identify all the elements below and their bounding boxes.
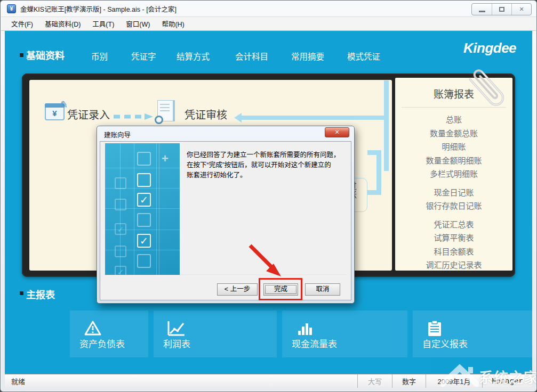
- menu-tools[interactable]: 工具(T): [86, 17, 120, 31]
- minimize-icon: [479, 11, 485, 12]
- nav-summary[interactable]: 常用摘要: [291, 50, 324, 62]
- bar-chart-icon: [296, 320, 314, 336]
- nav-voucher-word[interactable]: 凭证字: [131, 50, 156, 62]
- plus-icon: +: [162, 152, 169, 166]
- doc-line: [160, 110, 170, 111]
- checkbox-checked-icon: ✓: [115, 223, 126, 235]
- wizard-graphic-pane: + ✓ ✓ ✓ ✓: [105, 143, 180, 275]
- grid-line: [156, 143, 157, 275]
- card-cash-flow[interactable]: 现金流量表: [282, 311, 407, 357]
- checkbox-checked-icon: ✓: [115, 266, 126, 275]
- ledger-item[interactable]: 凭证汇总表: [395, 218, 512, 232]
- dialog-body: + ✓ ✓ ✓ ✓ 你已经回答了为建立一个新账套所需要的所有问题， 在按下“完成…: [100, 141, 351, 300]
- checkbox-icon: [115, 199, 126, 210]
- app-window: ¥ 金蝶KIS记账王[教学演示版] - Sample.ais - [会计之家] …: [0, 0, 537, 392]
- minimize-button[interactable]: [472, 4, 492, 15]
- ledger-group: 凭证汇总表 试算平衡表 科目余额表 调汇历史记录表: [395, 218, 512, 272]
- nav-bullet: [20, 53, 23, 57]
- card-label: 资产负债表: [79, 337, 125, 350]
- divider: [105, 275, 347, 276]
- checkbox-icon: [137, 213, 151, 227]
- finish-highlight-box: [259, 278, 302, 300]
- card-custom-report[interactable]: 自定义报表: [413, 311, 532, 357]
- restore-button[interactable]: [492, 4, 511, 15]
- ledger-item[interactable]: 科目余额表: [395, 245, 512, 259]
- account-wizard-dialog: 建账向导 ✕ + ✓ ✓ ✓: [97, 126, 355, 304]
- grid-line: [105, 168, 180, 168]
- card-label: 现金流量表: [292, 337, 337, 350]
- checkbox-icon: [137, 173, 151, 187]
- doc-line: [160, 104, 170, 105]
- reports-bullet: [20, 291, 23, 295]
- watermark-text: 系统之家: [479, 366, 537, 387]
- cancel-button[interactable]: 取消: [305, 283, 340, 296]
- ledger-item[interactable]: 多栏式明细账: [395, 167, 512, 181]
- connector-line: [384, 80, 389, 171]
- clipboard-icon: [427, 320, 443, 337]
- nav-settlement[interactable]: 结算方式: [177, 50, 210, 62]
- menu-basedata[interactable]: 基础资料(D): [39, 17, 86, 31]
- ledger-item[interactable]: 数量金额明细账: [395, 154, 512, 168]
- ledger-item[interactable]: 明细账: [395, 140, 512, 154]
- checkbox-checked-icon: ✓: [137, 193, 151, 207]
- restore-icon: [499, 7, 504, 12]
- grid-line: [159, 143, 159, 275]
- window-controls: ✕: [471, 3, 532, 15]
- ledger-item[interactable]: 调汇历史记录表: [395, 258, 512, 272]
- close-icon: ✕: [334, 129, 339, 136]
- nav-template-voucher[interactable]: 模式凭证: [347, 50, 380, 62]
- menubar: 文件(F) 基础资料(D) 工具(T) 窗口(W) 帮助(H): [1, 17, 536, 31]
- node-voucher-entry[interactable]: 凭证录入: [67, 107, 110, 122]
- titlebar: ¥ 金蝶KIS记账王[教学演示版] - Sample.ais - [会计之家] …: [1, 1, 536, 17]
- ledger-group: 现金日记账 银行存款日记账: [395, 186, 512, 213]
- dialog-close-button[interactable]: ✕: [325, 127, 349, 137]
- dialog-title: 建账向导: [104, 129, 131, 140]
- status-ready: 就绪: [5, 376, 357, 386]
- checkbox-icon: [137, 152, 151, 166]
- checkbox-icon: [137, 254, 151, 268]
- back-button[interactable]: < 上一步: [217, 283, 258, 296]
- ledger-item[interactable]: 试算平衡表: [395, 231, 512, 245]
- paperclip-icon: [466, 60, 511, 119]
- nav-accounts[interactable]: 会计科目: [235, 50, 268, 62]
- ledger-group: 总账 数量金额总账 明细账 数量金额明细账 多栏式明细账: [395, 113, 512, 181]
- card-income-statement[interactable]: 利润表: [154, 311, 277, 357]
- magnifier-icon: [155, 116, 163, 124]
- menu-file[interactable]: 文件(F): [5, 17, 39, 31]
- checkbox-checked-icon: ✓: [137, 234, 151, 248]
- watermark: 系统之家: [440, 363, 537, 390]
- voucher-audit-icon: [157, 100, 173, 121]
- dialog-message-line: 账套进行初始化了。: [187, 170, 346, 181]
- dialog-message: 你已经回答了为建立一个新账套所需要的所有问题， 在按下“完成”按钮后，就可以开始…: [187, 150, 346, 180]
- status-caps: 大写: [357, 374, 392, 388]
- menu-help[interactable]: 帮助(H): [156, 17, 190, 31]
- card-label: 利润表: [163, 337, 190, 350]
- close-icon: ✕: [519, 6, 524, 13]
- dialog-message-line: 你已经回答了为建立一个新账套所需要的所有问题，: [187, 150, 346, 160]
- connector-line: [376, 150, 381, 195]
- checkbox-icon: [115, 246, 126, 257]
- close-button[interactable]: ✕: [511, 4, 531, 15]
- ledger-item[interactable]: 数量金额总账: [395, 127, 512, 141]
- node-voucher-audit[interactable]: 凭证审核: [185, 107, 227, 122]
- connector-line: [242, 116, 388, 120]
- window-title: 金蝶KIS记账王[教学演示版] - Sample.ais - [会计之家]: [20, 4, 177, 14]
- card-balance-sheet[interactable]: 资产负债表: [70, 311, 148, 357]
- dialog-message-line: 在按下“完成”按钮后，就可以开始对这个新建立的: [187, 160, 346, 170]
- menu-window[interactable]: 窗口(W): [120, 17, 156, 31]
- house-logo-icon: [440, 363, 479, 390]
- nav-active-basedata[interactable]: 基础资料: [26, 48, 65, 62]
- nav-currency[interactable]: 币别: [91, 50, 108, 62]
- connector-arrowhead: [234, 113, 242, 123]
- grid-line: [134, 143, 134, 275]
- dashed-arrow-icon: [114, 113, 154, 120]
- voucher-entry-icon: ¥ ✎: [45, 103, 65, 120]
- yen-glyph: ¥: [46, 109, 63, 118]
- kingdee-logo: Kingdee: [463, 40, 516, 56]
- app-icon: ¥: [7, 4, 16, 13]
- doc-line: [160, 107, 170, 108]
- ledger-item[interactable]: 现金日记账: [395, 186, 512, 200]
- connector-line: [367, 190, 381, 195]
- ledger-item[interactable]: 银行存款日记账: [395, 199, 512, 213]
- warning-triangle-icon: [84, 320, 102, 336]
